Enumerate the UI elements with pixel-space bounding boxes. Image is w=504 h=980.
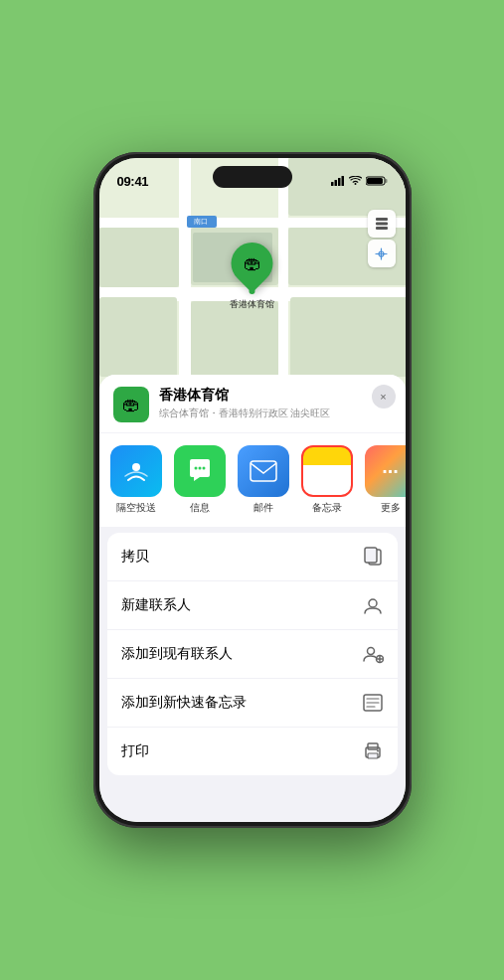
print-icon — [362, 740, 384, 762]
battery-icon — [366, 176, 388, 186]
svg-point-12 — [194, 467, 197, 470]
close-button[interactable]: × — [372, 385, 396, 408]
action-print[interactable]: 打印 — [107, 728, 398, 775]
map-controls — [368, 210, 396, 267]
more-label: 更多 — [381, 501, 401, 515]
share-app-airdrop[interactable]: 隔空投送 — [107, 445, 165, 515]
pin-label: 香港体育馆 — [230, 298, 274, 311]
nankou-label: 南口 — [187, 216, 217, 228]
svg-rect-2 — [338, 178, 341, 186]
action-new-contact[interactable]: 新建联系人 — [107, 581, 398, 630]
message-icon — [174, 445, 226, 497]
svg-rect-28 — [368, 743, 378, 749]
svg-rect-0 — [331, 182, 334, 186]
svg-point-14 — [202, 467, 205, 470]
action-add-existing-label: 添加到现有联系人 — [121, 645, 233, 663]
action-add-notes[interactable]: 添加到新快速备忘录 — [107, 679, 398, 728]
svg-rect-15 — [251, 461, 276, 481]
svg-rect-5 — [385, 179, 387, 183]
phone-screen: 09:41 — [99, 158, 406, 822]
add-existing-icon — [362, 643, 384, 665]
svg-rect-8 — [376, 223, 388, 226]
svg-rect-9 — [376, 227, 388, 230]
share-app-message[interactable]: 信息 — [171, 445, 229, 515]
status-icons — [331, 176, 388, 186]
phone-frame: 09:41 — [93, 152, 412, 828]
airdrop-icon — [110, 445, 162, 497]
svg-rect-1 — [334, 180, 337, 186]
svg-point-18 — [369, 599, 377, 607]
svg-rect-29 — [368, 753, 378, 758]
status-time: 09:41 — [117, 174, 149, 189]
add-notes-icon — [362, 692, 384, 714]
mail-label: 邮件 — [253, 501, 273, 515]
more-icon: ··· — [365, 445, 406, 497]
location-button[interactable] — [368, 240, 396, 267]
action-add-notes-label: 添加到新快速备忘录 — [121, 694, 247, 712]
venue-icon: 🏟 — [113, 387, 149, 422]
signal-icon — [331, 176, 345, 186]
venue-info: 香港体育馆 综合体育馆・香港特别行政区 油尖旺区 — [159, 387, 392, 420]
copy-icon — [362, 546, 384, 568]
new-contact-icon — [362, 594, 384, 616]
share-apps-row: 隔空投送 信息 — [99, 433, 406, 527]
map-layers-button[interactable] — [368, 210, 396, 238]
mail-icon — [238, 445, 289, 497]
venue-name: 香港体育馆 — [159, 387, 392, 405]
venue-subtitle: 综合体育馆・香港特别行政区 油尖旺区 — [159, 407, 392, 420]
action-add-existing[interactable]: 添加到现有联系人 — [107, 630, 398, 679]
svg-point-19 — [367, 648, 374, 655]
message-label: 信息 — [190, 501, 210, 515]
action-print-label: 打印 — [121, 742, 149, 760]
notes-label: 备忘录 — [312, 501, 342, 515]
action-new-contact-label: 新建联系人 — [121, 596, 191, 614]
dynamic-island — [213, 166, 292, 188]
share-app-mail[interactable]: 邮件 — [235, 445, 292, 515]
wifi-icon — [349, 176, 362, 186]
action-copy[interactable]: 拷贝 — [107, 533, 398, 581]
svg-rect-3 — [341, 176, 344, 186]
svg-point-30 — [377, 750, 379, 752]
action-copy-label: 拷贝 — [121, 548, 149, 566]
svg-rect-17 — [365, 548, 377, 563]
svg-rect-7 — [376, 218, 388, 221]
share-app-notes[interactable]: 备忘录 — [298, 445, 356, 515]
airdrop-label: 隔空投送 — [116, 501, 156, 515]
notes-icon — [301, 445, 353, 497]
svg-rect-6 — [367, 178, 383, 184]
share-app-more[interactable]: ··· 更多 — [362, 445, 406, 515]
venue-header: 🏟 香港体育馆 综合体育馆・香港特别行政区 油尖旺区 × — [99, 375, 406, 432]
bottom-sheet: 🏟 香港体育馆 综合体育馆・香港特别行政区 油尖旺区 × — [99, 375, 406, 822]
location-pin: 🏟 香港体育馆 — [230, 243, 274, 311]
svg-point-11 — [132, 463, 140, 471]
svg-point-13 — [198, 467, 201, 470]
action-list: 拷贝 新建联系人 — [107, 533, 398, 775]
